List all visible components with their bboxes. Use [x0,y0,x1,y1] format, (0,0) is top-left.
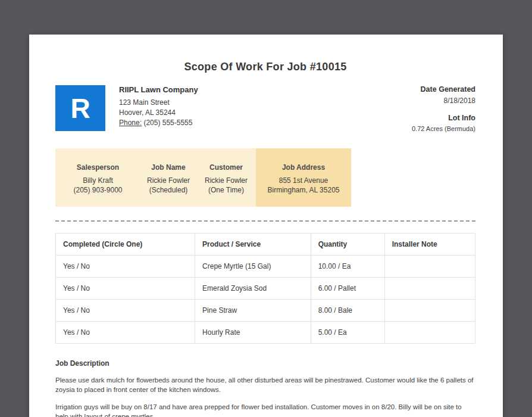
header-installer-note: Installer Note [384,234,475,256]
job-description-paragraph: Irrigation guys will be buy on 8/17 and … [55,402,475,417]
job-info-job-address: Job Address 855 1st Avenue Birmingham, A… [256,148,351,207]
work-table: Completed (Circle One) Product / Service… [55,233,475,344]
cell-completed: Yes / No [56,278,195,300]
job-address-line2: Birmingham, AL 35205 [256,185,351,195]
logo-letter: R [70,92,90,125]
cell-installer-note [384,278,475,300]
cell-completed: Yes / No [56,322,195,344]
lot-info-value: 0.72 Acres (Bermuda) [412,125,475,132]
date-generated-value: 8/18/2018 [412,97,475,105]
table-row: Yes / No Emerald Zoysia Sod 6.00 / Palle… [56,278,475,300]
job-name-status: (Scheduled) [140,185,196,195]
lot-info-label: Lot Info [412,114,475,122]
job-name-value: Rickie Fowler [140,176,196,185]
salesperson-name: Billy Kraft [55,176,140,185]
header-completed: Completed (Circle One) [56,234,195,256]
job-info-job-name: Job Name Rickie Fowler (Scheduled) [140,148,196,207]
cell-completed: Yes / No [56,300,195,322]
document-meta: Date Generated 8/18/2018 Lot Info 0.72 A… [412,85,475,132]
job-info-band: Salesperson Billy Kraft (205) 903-9000 J… [55,148,475,207]
cell-installer-note [384,300,475,322]
job-info-customer: Customer Rickie Fowler (One Time) [196,148,256,207]
table-row: Yes / No Pine Straw 8.00 / Bale [56,300,475,322]
header-product-service: Product / Service [195,234,311,256]
cell-quantity: 6.00 / Pallet [311,278,384,300]
salesperson-phone: (205) 903-9000 [55,185,140,195]
document-page: Scope Of Work For Job #10015 R RIIPL Law… [29,35,503,417]
phone-label: Phone: [119,119,142,127]
company-logo: R [55,85,105,131]
customer-name: Rickie Fowler [196,176,256,185]
cell-product: Pine Straw [195,300,311,322]
job-address-label: Job Address [256,163,351,172]
header-quantity: Quantity [311,234,384,256]
phone-value: (205) 555-5555 [142,119,192,127]
customer-label: Customer [196,163,256,172]
viewer-backdrop: { "colors": { "backdrop": "#54565a", "lo… [0,0,532,417]
cell-quantity: 5.00 / Ea [311,322,384,344]
customer-type: (One Time) [196,185,256,195]
cell-installer-note [384,256,475,278]
company-info: RIIPL Lawn Company 123 Main Street Hoove… [119,85,198,128]
salesperson-label: Salesperson [55,163,140,172]
company-phone: Phone: (205) 555-5555 [119,118,198,128]
company-name: RIIPL Lawn Company [119,85,198,94]
cell-product: Hourly Rate [195,322,311,344]
table-header-row: Completed (Circle One) Product / Service… [56,234,475,256]
job-description-paragraph: Please use dark mulch for flowerbeds aro… [55,375,475,394]
document-header: R RIIPL Lawn Company 123 Main Street Hoo… [55,85,475,132]
cell-quantity: 10.00 / Ea [311,256,384,278]
cell-product: Crepe Myrtle (15 Gal) [195,256,311,278]
cell-quantity: 8.00 / Bale [311,300,384,322]
document-title: Scope Of Work For Job #10015 [55,35,475,73]
job-address-line1: 855 1st Avenue [256,176,351,185]
cell-product: Emerald Zoysia Sod [195,278,311,300]
job-info-salesperson: Salesperson Billy Kraft (205) 903-9000 [55,148,140,207]
job-name-label: Job Name [140,163,196,172]
date-generated-label: Date Generated [412,85,475,94]
table-row: Yes / No Crepe Myrtle (15 Gal) 10.00 / E… [56,256,475,278]
cell-installer-note [384,322,475,344]
job-description-heading: Job Description [55,359,475,368]
cell-completed: Yes / No [56,256,195,278]
company-address-line1: 123 Main Street [119,98,198,108]
table-row: Yes / No Hourly Rate 5.00 / Ea [56,322,475,344]
company-address-line2: Hoover, AL 35244 [119,108,198,118]
dashed-divider [55,220,475,222]
